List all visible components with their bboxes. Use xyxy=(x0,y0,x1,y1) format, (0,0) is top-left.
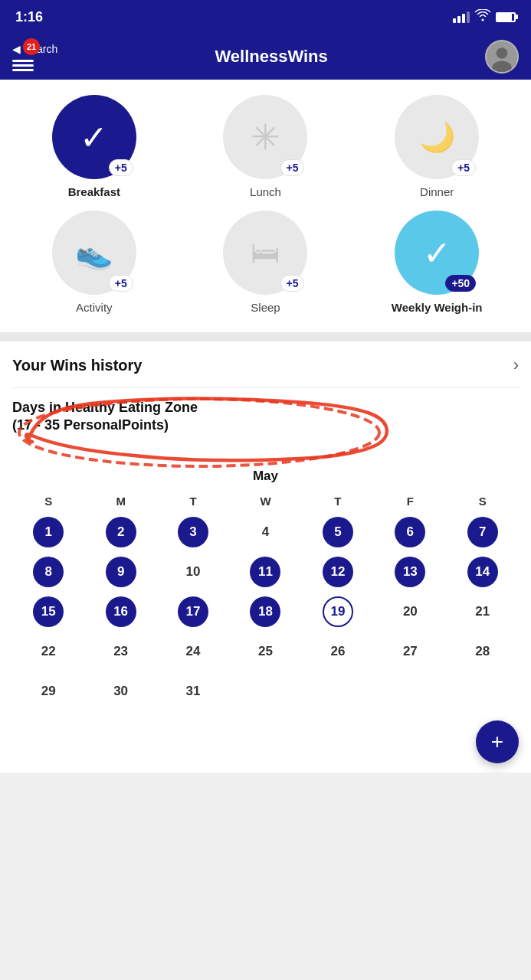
lunch-sun-icon: ✳ xyxy=(251,116,280,158)
activity-shoe-icon: 👟 xyxy=(75,235,113,271)
cal-header-thu: T xyxy=(302,490,374,512)
habit-activity-badge: +5 xyxy=(109,275,133,292)
cal-header-wed: W xyxy=(229,490,301,512)
habit-breakfast-label: Breakfast xyxy=(68,185,120,198)
cal-day-1[interactable]: 1 xyxy=(12,512,84,552)
cal-header-tue: T xyxy=(157,490,229,512)
wins-history-row[interactable]: Your Wins history › xyxy=(12,341,519,388)
notification-badge: 21 xyxy=(23,38,40,55)
cal-day-29[interactable]: 29 xyxy=(12,671,84,711)
calendar-section: May S M T W T F S 1 2 3 4 5 6 7 8 9 10 1… xyxy=(0,461,531,727)
menu-icon[interactable] xyxy=(12,60,57,71)
svg-point-1 xyxy=(497,47,508,59)
cal-day-19[interactable]: 19 xyxy=(302,592,374,632)
wins-history-title: Your Wins history xyxy=(12,357,142,374)
habit-weigh-in-circle[interactable]: ✓ +50 xyxy=(395,211,479,295)
cal-day-27[interactable]: 27 xyxy=(374,632,446,671)
cal-day-21[interactable]: 21 xyxy=(447,592,519,632)
nav-bar: ◀ Search 21 WellnessWins xyxy=(0,34,531,80)
cal-day-8[interactable]: 8 xyxy=(12,552,84,592)
nav-title: WellnessWins xyxy=(215,47,327,67)
cal-day-2[interactable]: 2 xyxy=(84,512,156,552)
signal-bars-icon xyxy=(453,11,470,23)
habit-dinner-badge: +5 xyxy=(451,159,476,176)
cal-day-5[interactable]: 5 xyxy=(302,512,374,552)
habit-weigh-in-badge: +50 xyxy=(445,275,476,292)
habit-lunch-label: Lunch xyxy=(250,185,281,198)
avatar[interactable] xyxy=(485,40,519,74)
cal-day-11[interactable]: 11 xyxy=(229,552,301,592)
cal-day-25[interactable]: 25 xyxy=(229,632,301,671)
calendar-month: May xyxy=(12,461,519,490)
cal-day-3[interactable]: 3 xyxy=(157,512,229,552)
cal-day-15[interactable]: 15 xyxy=(12,592,84,632)
section-divider xyxy=(0,332,531,341)
status-icons xyxy=(453,9,516,24)
habit-breakfast-circle[interactable]: ✓ +5 xyxy=(52,95,136,179)
healthy-zone-container: Days in Healthy Eating Zone (17 - 35 Per… xyxy=(0,388,531,461)
cal-day-24[interactable]: 24 xyxy=(157,632,229,671)
cal-day-26[interactable]: 26 xyxy=(302,632,374,671)
habit-sleep[interactable]: 🛏 +5 Sleep xyxy=(184,211,348,314)
dinner-moon-icon: 🌙 xyxy=(419,120,455,154)
habit-activity-label: Activity xyxy=(76,301,113,314)
habit-dinner-label: Dinner xyxy=(420,185,454,198)
cal-day-empty-4 xyxy=(447,671,519,711)
calendar-grid: S M T W T F S 1 2 3 4 5 6 7 8 9 10 11 12… xyxy=(12,490,519,711)
cal-day-10[interactable]: 10 xyxy=(157,552,229,592)
habit-breakfast[interactable]: ✓ +5 Breakfast xyxy=(12,95,176,198)
cal-header-sat: S xyxy=(447,490,519,512)
cal-day-31[interactable]: 31 xyxy=(157,671,229,711)
cal-day-16[interactable]: 16 xyxy=(84,592,156,632)
fab-button[interactable]: + xyxy=(476,720,519,763)
habit-activity-circle[interactable]: 👟 +5 xyxy=(52,211,136,295)
battery-icon xyxy=(496,12,516,22)
cal-day-13[interactable]: 13 xyxy=(374,552,446,592)
weigh-in-check-icon: ✓ xyxy=(423,234,451,273)
habit-activity[interactable]: 👟 +5 Activity xyxy=(12,211,176,314)
cal-day-20[interactable]: 20 xyxy=(374,592,446,632)
habit-weigh-in-label: Weekly Weigh-in xyxy=(392,301,483,314)
cal-header-sun: S xyxy=(12,490,84,512)
cal-day-9[interactable]: 9 xyxy=(84,552,156,592)
healthy-zone-title: Days in Healthy Eating Zone (17 - 35 Per… xyxy=(12,399,519,435)
cal-day-empty-2 xyxy=(302,671,374,711)
cal-day-6[interactable]: 6 xyxy=(374,512,446,552)
habit-dinner-circle[interactable]: 🌙 +5 xyxy=(395,95,479,179)
habit-sleep-badge: +5 xyxy=(280,275,305,292)
cal-day-18[interactable]: 18 xyxy=(229,592,301,632)
chevron-right-icon[interactable]: › xyxy=(513,355,519,375)
cal-day-empty-1 xyxy=(229,671,301,711)
habit-dinner[interactable]: 🌙 +5 Dinner xyxy=(355,95,519,198)
status-time: 1:16 xyxy=(15,9,43,25)
habit-lunch[interactable]: ✳ +5 Lunch xyxy=(184,95,348,198)
cal-day-empty-3 xyxy=(374,671,446,711)
habit-lunch-badge: +5 xyxy=(280,159,305,176)
breakfast-check-icon: ✓ xyxy=(80,118,108,157)
habit-lunch-circle[interactable]: ✳ +5 xyxy=(223,95,307,179)
cal-day-14[interactable]: 14 xyxy=(447,552,519,592)
cal-header-fri: F xyxy=(374,490,446,512)
wins-history-section: Your Wins history › xyxy=(0,341,531,388)
status-bar: 1:16 xyxy=(0,0,531,34)
cal-day-7[interactable]: 7 xyxy=(447,512,519,552)
cal-day-17[interactable]: 17 xyxy=(157,592,229,632)
cal-day-22[interactable]: 22 xyxy=(12,632,84,671)
healthy-zone-section: Days in Healthy Eating Zone (17 - 35 Per… xyxy=(0,388,531,461)
fab-wrap: + xyxy=(0,727,531,773)
cal-day-23[interactable]: 23 xyxy=(84,632,156,671)
wifi-icon xyxy=(474,9,491,24)
nav-left[interactable]: ◀ Search 21 xyxy=(12,43,57,71)
cal-day-28[interactable]: 28 xyxy=(447,632,519,671)
cal-header-mon: M xyxy=(84,490,156,512)
fab-plus-icon: + xyxy=(491,731,503,753)
habit-sleep-circle[interactable]: 🛏 +5 xyxy=(223,211,307,295)
habit-weekly-weigh-in[interactable]: ✓ +50 Weekly Weigh-in xyxy=(355,211,519,314)
habit-breakfast-badge: +5 xyxy=(109,159,133,176)
habit-sleep-label: Sleep xyxy=(251,301,280,314)
habits-grid: ✓ +5 Breakfast ✳ +5 Lunch 🌙 +5 xyxy=(12,95,519,314)
cal-day-4[interactable]: 4 xyxy=(229,512,301,552)
sleep-bed-icon: 🛏 xyxy=(251,237,280,270)
cal-day-30[interactable]: 30 xyxy=(84,671,156,711)
cal-day-12[interactable]: 12 xyxy=(302,552,374,592)
